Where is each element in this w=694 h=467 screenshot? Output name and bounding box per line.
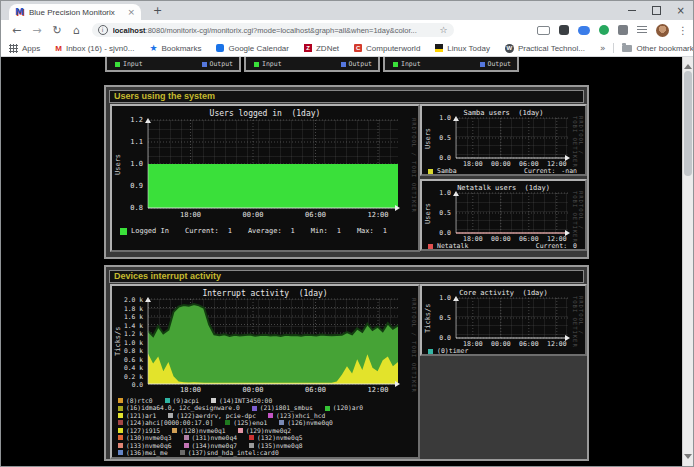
rrdtool-watermark: RRDTOOL / TOBI OETIKER <box>572 116 584 174</box>
scroll-down-arrow-icon[interactable] <box>684 454 692 463</box>
folder-icon <box>622 45 632 52</box>
rrdtool-watermark: RRDTOOL / TOBI OETIKER <box>411 118 417 213</box>
plot-area <box>456 118 568 158</box>
reload-button[interactable]: ↻ <box>52 24 61 37</box>
logged-in-swatch <box>120 228 127 235</box>
current-value: Current:0 <box>536 242 577 250</box>
address-bar[interactable]: i localhost:8080/monitorix-cgi/monitorix… <box>92 23 454 37</box>
linux-today-icon <box>435 44 443 52</box>
toolbar-extensions: ⋮ <box>537 23 688 37</box>
plot-area <box>456 193 568 233</box>
cutoff-graph-panel[interactable]: Input Output <box>383 57 519 72</box>
legend-input: Input <box>115 60 143 68</box>
netatalk-swatch <box>428 244 433 249</box>
timer-swatch <box>428 349 433 354</box>
bookmark-computerworld[interactable]: CComputerworld <box>354 44 420 53</box>
scroll-up-arrow-icon[interactable] <box>684 60 692 69</box>
bookmark-linux-today[interactable]: Linux Today <box>435 44 490 53</box>
scrollbar-thumb[interactable] <box>684 71 692 176</box>
rrdtool-watermark: RRDTOOL / TOBI OETIKER <box>572 296 584 354</box>
forward-button[interactable]: → <box>32 24 41 37</box>
monitorix-page: Input Output Input Output Input Output U… <box>1 57 693 466</box>
divider <box>613 43 614 53</box>
legend-output: Output <box>480 60 511 68</box>
graph-netatalk-users[interactable]: Netatalk users (1day) Users 1.00.50.0 18… <box>420 179 587 251</box>
window-controls: × <box>628 5 685 15</box>
input-swatch <box>393 62 398 67</box>
output-swatch <box>202 62 207 67</box>
home-button[interactable]: ⌂ <box>73 24 80 37</box>
bookmark-star-button[interactable]: ☆ <box>440 25 448 35</box>
bookmark-google-calendar[interactable]: Google Calendar <box>216 44 288 53</box>
wordpress-icon: W <box>505 44 514 53</box>
zdnet-icon: Z <box>304 44 312 52</box>
calendar-icon <box>216 44 224 52</box>
x-axis-ticks: 18:0000:0006:0012:00 <box>456 160 568 167</box>
browser-menu-icon[interactable]: ⋮ <box>678 25 688 36</box>
maximize-button[interactable] <box>652 6 661 15</box>
new-tab-button[interactable]: + <box>153 4 162 17</box>
extension-icon[interactable] <box>578 26 590 35</box>
plot-area <box>148 299 398 384</box>
close-button[interactable]: × <box>677 6 685 15</box>
browser-window: M Blue Precision Monitorix × + × ← → ↻ ⌂… <box>0 0 694 467</box>
bookmark-practical-technology[interactable]: WPractical Technol... <box>505 44 585 53</box>
gmail-icon: M <box>55 44 62 53</box>
extension-icon[interactable] <box>559 25 569 35</box>
graph-interrupt-activity[interactable]: Interrupt activity (1day) Ticks/s 2.0 k1… <box>110 284 420 459</box>
graph-title: Users logged in (1day) <box>112 109 418 118</box>
reading-list-icon[interactable] <box>637 26 647 34</box>
extensions-puzzle-icon[interactable] <box>618 25 628 35</box>
legend-input: Input <box>393 60 421 68</box>
graph-users-logged-in[interactable]: Users logged in (1day) Users 1.21.11.00.… <box>110 104 420 252</box>
bookmarks-overflow-chevron[interactable]: » <box>600 43 606 53</box>
profile-avatar[interactable] <box>656 24 669 37</box>
apps-grid-icon <box>9 44 18 53</box>
url-path: :8080/monitorix-cgi/monitorix.cgi?mode=l… <box>146 26 417 35</box>
bookmark-bookmarks[interactable]: ★Bookmarks <box>149 43 201 53</box>
bookmark-zdnet[interactable]: ZZDNet <box>304 44 339 53</box>
legend-input: Input <box>254 60 282 68</box>
graph-legend: Samba <box>428 167 457 175</box>
browser-toolbar: ← → ↻ ⌂ i localhost:8080/monitorix-cgi/m… <box>1 20 693 40</box>
minimize-button[interactable] <box>628 10 636 11</box>
tab-strip: M Blue Precision Monitorix × + × <box>1 1 693 20</box>
plot-area <box>148 120 398 208</box>
scrollbar[interactable] <box>682 57 693 466</box>
other-bookmarks[interactable]: Other bookmarks <box>622 44 694 53</box>
y-axis-ticks: 1.00.50.0 <box>424 298 453 338</box>
section-interrupts-title: Devices interrupt activity <box>109 270 584 283</box>
monitorix-favicon-icon: M <box>15 8 24 17</box>
rrdtool-watermark: RRDTOOL / TOBI OETIKER <box>411 298 417 393</box>
extension-icon[interactable] <box>599 25 609 35</box>
cutoff-graph-panel[interactable]: Input Output <box>244 57 380 72</box>
cutoff-graph-panel[interactable]: Input Output <box>105 57 241 72</box>
y-axis-ticks: 1.21.11.00.90.8 <box>114 120 145 208</box>
bookmark-inbox[interactable]: MInbox (16) - sjvn0... <box>55 44 134 53</box>
graph-core-activity[interactable]: Core activity (1day) Ticks/s 1.00.50.0 1… <box>420 284 587 356</box>
x-axis-ticks: 18:0000:0006:0012:00 <box>456 235 568 242</box>
tab-close-icon[interactable]: × <box>127 8 135 17</box>
graph-samba-users[interactable]: Samba users (1day) Users 1.00.50.0 18:00… <box>420 104 587 176</box>
star-icon: ★ <box>149 43 157 53</box>
current-value: Current:-nan <box>524 167 577 175</box>
output-swatch <box>480 62 485 67</box>
computerworld-icon: C <box>354 44 362 52</box>
plot-area <box>456 298 568 338</box>
x-axis-ticks: 18:0000:0006:0012:00 <box>456 340 568 347</box>
page-info-icon[interactable]: i <box>98 25 108 35</box>
section-interrupts: Devices interrupt activity Interrupt act… <box>104 265 589 461</box>
input-swatch <box>254 62 259 67</box>
section-users: Users using the system Users logged in (… <box>104 85 589 259</box>
interrupt-legend: (8)rtc0(9)acpi(14)INT3450:00(16)idma64.0… <box>118 397 416 457</box>
tab-title: Blue Precision Monitorix <box>29 8 122 17</box>
back-button[interactable]: ← <box>12 24 21 37</box>
tab-monitorix[interactable]: M Blue Precision Monitorix × <box>9 4 141 20</box>
y-axis-ticks: 2.0 k1.8 k1.6 k1.4 k1.2 k1.0 k0.8 k0.6 k… <box>114 299 145 384</box>
url-host: localhost <box>113 26 146 35</box>
bookmark-apps[interactable]: Apps <box>9 44 40 53</box>
legend-output: Output <box>341 60 372 68</box>
graph-legend: Netatalk <box>428 242 468 250</box>
extension-icon[interactable] <box>537 26 550 35</box>
output-swatch <box>341 62 346 67</box>
